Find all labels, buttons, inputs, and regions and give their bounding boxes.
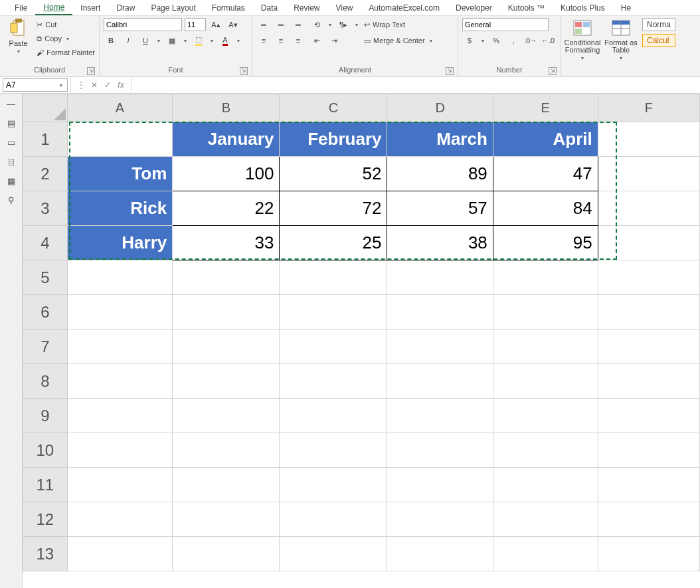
cell[interactable] <box>387 537 493 571</box>
increase-decimal-icon[interactable]: .0→ <box>523 34 538 47</box>
cell-B1[interactable]: January <box>173 122 280 157</box>
cell[interactable] <box>387 502 493 537</box>
tab-data[interactable]: Data <box>253 1 286 15</box>
cancel-icon[interactable]: ✕ <box>88 80 100 90</box>
col-header-B[interactable]: B <box>173 94 280 122</box>
cell[interactable] <box>493 433 598 468</box>
select-all-corner[interactable] <box>23 94 68 122</box>
sidetool-sheet-icon[interactable]: ▭ <box>7 138 15 147</box>
cell[interactable] <box>387 364 493 399</box>
merge-center-button[interactable]: ▭ Merge & Center ▾ <box>364 34 434 47</box>
wrap-text-button[interactable]: ↩ Wrap Text <box>364 18 434 31</box>
tab-file[interactable]: File <box>7 1 35 15</box>
cell[interactable] <box>598 295 699 330</box>
sidetool-table-icon[interactable]: ▤ <box>7 118 15 128</box>
cell-B2[interactable]: 100 <box>173 157 280 191</box>
ltr-icon[interactable]: ¶▸ <box>336 18 351 31</box>
cell-F3[interactable] <box>598 191 699 226</box>
col-header-E[interactable]: E <box>493 94 598 122</box>
currency-icon[interactable]: $ <box>462 34 477 47</box>
tab-help[interactable]: He <box>613 1 639 15</box>
row-header[interactable]: 9 <box>23 399 68 433</box>
cell[interactable] <box>173 330 280 364</box>
dialog-launcher-icon[interactable]: ⇲ <box>87 67 95 75</box>
sidetool-line-icon[interactable]: — <box>7 99 15 109</box>
chevron-down-icon[interactable]: ▾ <box>209 38 215 44</box>
cell[interactable] <box>387 260 493 295</box>
cell-A1[interactable] <box>67 122 173 157</box>
cell[interactable] <box>598 399 699 433</box>
cell[interactable] <box>67 364 173 399</box>
cell-A2[interactable]: Tom <box>67 157 173 191</box>
cell[interactable] <box>493 260 598 295</box>
align-right-icon[interactable]: ≡ <box>291 34 306 47</box>
cell[interactable] <box>280 502 387 537</box>
cell[interactable] <box>493 364 598 399</box>
cell-A3[interactable]: Rick <box>67 191 173 226</box>
row-header[interactable]: 4 <box>23 226 68 260</box>
cell[interactable] <box>387 399 493 433</box>
fx-icon[interactable]: fx <box>115 80 127 90</box>
tab-home[interactable]: Home <box>35 1 72 15</box>
italic-button[interactable]: I <box>121 34 135 47</box>
col-header-F[interactable]: F <box>598 94 699 122</box>
style-calculation-button[interactable]: Calcul <box>642 34 675 47</box>
cell[interactable] <box>67 295 173 330</box>
orientation-icon[interactable]: ⟲ <box>309 18 324 31</box>
comma-icon[interactable]: , <box>506 34 521 47</box>
increase-indent-icon[interactable]: ⇥ <box>327 34 341 47</box>
font-name-input[interactable] <box>104 18 182 31</box>
sidetool-grid-icon[interactable]: ▦ <box>7 176 15 186</box>
cell-B3[interactable]: 22 <box>173 191 280 226</box>
dropdown-icon[interactable]: ⋮ <box>75 80 87 90</box>
align-left-icon[interactable]: ≡ <box>256 34 271 47</box>
percent-icon[interactable]: % <box>489 34 503 47</box>
cell[interactable] <box>67 502 173 537</box>
spreadsheet-grid[interactable]: A B C D E F 1 January February March Apr… <box>23 94 700 588</box>
col-header-C[interactable]: C <box>280 94 387 122</box>
cell[interactable] <box>280 295 387 330</box>
tab-draw[interactable]: Draw <box>108 1 143 15</box>
cell[interactable] <box>173 502 280 537</box>
cell[interactable] <box>280 468 387 502</box>
decrease-indent-icon[interactable]: ⇤ <box>309 34 324 47</box>
copy-button[interactable]: ⧉ Copy ▾ <box>37 32 95 45</box>
cell-F2[interactable] <box>598 157 699 191</box>
cell[interactable] <box>598 537 699 571</box>
cell[interactable] <box>173 468 280 502</box>
cell-D4[interactable]: 38 <box>387 226 493 260</box>
decrease-decimal-icon[interactable]: ←.0 <box>541 34 555 47</box>
cell[interactable] <box>493 330 598 364</box>
col-header-A[interactable]: A <box>67 94 173 122</box>
dialog-launcher-icon[interactable]: ⇲ <box>446 67 454 75</box>
dialog-launcher-icon[interactable]: ⇲ <box>240 67 248 75</box>
chevron-down-icon[interactable]: ▾ <box>182 38 189 44</box>
cell[interactable] <box>67 433 173 468</box>
cell[interactable] <box>280 537 387 571</box>
font-size-input[interactable] <box>185 18 206 31</box>
tab-automateexcel[interactable]: AutomateExcel.com <box>361 1 448 15</box>
tab-kutools[interactable]: Kutools ™ <box>500 1 553 15</box>
cell[interactable] <box>598 260 699 295</box>
cell[interactable] <box>173 295 280 330</box>
chevron-down-icon[interactable]: ▾ <box>480 38 486 44</box>
cell[interactable] <box>387 330 493 364</box>
cut-button[interactable]: ✂ Cut <box>37 18 95 31</box>
align-top-icon[interactable]: ═ <box>256 18 271 31</box>
row-header[interactable]: 7 <box>23 330 68 364</box>
row-header[interactable]: 8 <box>23 364 68 399</box>
row-header[interactable]: 6 <box>23 295 68 330</box>
formula-bar-input[interactable] <box>131 78 700 92</box>
row-header[interactable]: 10 <box>23 433 68 468</box>
cell-E4[interactable]: 95 <box>493 226 598 260</box>
cell-C2[interactable]: 52 <box>280 157 387 191</box>
dialog-launcher-icon[interactable]: ⇲ <box>549 67 557 75</box>
cell[interactable] <box>173 260 280 295</box>
number-format-input[interactable] <box>462 18 549 31</box>
underline-button[interactable]: U <box>138 34 153 47</box>
cell[interactable] <box>67 537 173 571</box>
chevron-down-icon[interactable]: ▾ <box>327 22 333 28</box>
cell-B4[interactable]: 33 <box>173 226 280 260</box>
cell[interactable] <box>67 468 173 502</box>
cell[interactable] <box>173 433 280 468</box>
